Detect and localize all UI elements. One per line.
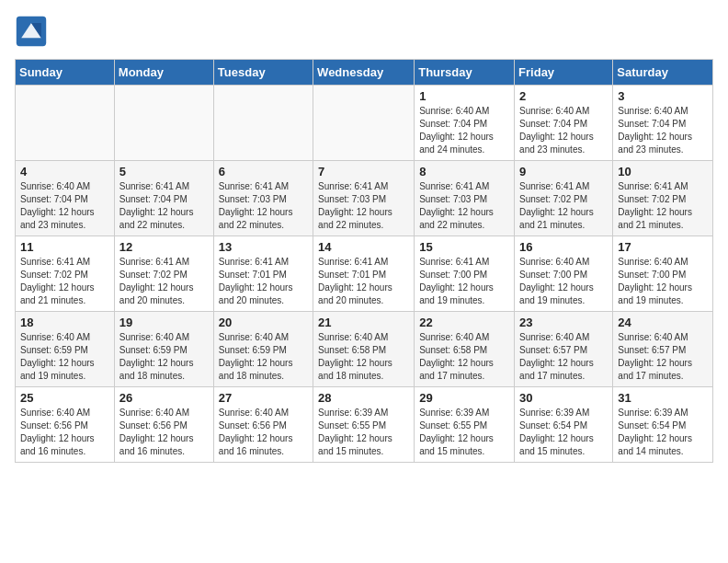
day-number: 5	[119, 165, 209, 178]
calendar-cell: 13Sunrise: 6:41 AM Sunset: 7:01 PM Dayli…	[213, 236, 313, 312]
calendar-cell: 18Sunrise: 6:40 AM Sunset: 6:59 PM Dayli…	[16, 312, 115, 387]
logo	[15, 15, 51, 48]
calendar-cell: 5Sunrise: 6:41 AM Sunset: 7:04 PM Daylig…	[114, 161, 213, 236]
day-info: Sunrise: 6:39 AM Sunset: 6:54 PM Dayligh…	[519, 407, 608, 458]
day-info: Sunrise: 6:40 AM Sunset: 6:56 PM Dayligh…	[219, 407, 308, 458]
calendar-cell: 22Sunrise: 6:40 AM Sunset: 6:58 PM Dayli…	[415, 312, 515, 387]
day-info: Sunrise: 6:41 AM Sunset: 7:04 PM Dayligh…	[119, 180, 209, 232]
calendar-cell: 29Sunrise: 6:39 AM Sunset: 6:55 PM Dayli…	[415, 387, 515, 463]
day-info: Sunrise: 6:40 AM Sunset: 7:04 PM Dayligh…	[618, 105, 708, 156]
day-info: Sunrise: 6:41 AM Sunset: 7:03 PM Dayligh…	[318, 180, 409, 232]
day-number: 22	[419, 316, 509, 329]
calendar-cell: 28Sunrise: 6:39 AM Sunset: 6:55 PM Dayli…	[313, 387, 415, 463]
calendar-cell: 4Sunrise: 6:40 AM Sunset: 7:04 PM Daylig…	[16, 161, 115, 236]
calendar-week-row: 18Sunrise: 6:40 AM Sunset: 6:59 PM Dayli…	[16, 312, 713, 387]
calendar-cell: 26Sunrise: 6:40 AM Sunset: 6:56 PM Dayli…	[114, 387, 213, 463]
day-number: 17	[618, 240, 708, 254]
day-number: 28	[318, 391, 409, 405]
calendar-cell	[114, 86, 213, 161]
calendar-cell: 16Sunrise: 6:40 AM Sunset: 7:00 PM Dayli…	[515, 236, 613, 312]
day-info: Sunrise: 6:41 AM Sunset: 7:02 PM Dayligh…	[618, 180, 708, 232]
page-header	[15, 15, 713, 48]
day-number: 21	[318, 316, 409, 329]
calendar-cell: 15Sunrise: 6:41 AM Sunset: 7:00 PM Dayli…	[415, 236, 515, 312]
day-info: Sunrise: 6:39 AM Sunset: 6:55 PM Dayligh…	[419, 407, 509, 458]
calendar-table: SundayMondayTuesdayWednesdayThursdayFrid…	[15, 59, 713, 463]
weekday-header-thursday: Thursday	[415, 60, 515, 86]
calendar-cell: 12Sunrise: 6:41 AM Sunset: 7:02 PM Dayli…	[114, 236, 213, 312]
calendar-cell: 27Sunrise: 6:40 AM Sunset: 6:56 PM Dayli…	[213, 387, 313, 463]
day-info: Sunrise: 6:40 AM Sunset: 6:57 PM Dayligh…	[618, 331, 708, 383]
calendar-cell: 11Sunrise: 6:41 AM Sunset: 7:02 PM Dayli…	[16, 236, 115, 312]
day-info: Sunrise: 6:41 AM Sunset: 7:01 PM Dayligh…	[219, 256, 308, 307]
calendar-cell: 9Sunrise: 6:41 AM Sunset: 7:02 PM Daylig…	[515, 161, 613, 236]
calendar-cell: 2Sunrise: 6:40 AM Sunset: 7:04 PM Daylig…	[515, 86, 613, 161]
day-number: 19	[119, 316, 209, 329]
day-number: 4	[20, 165, 109, 178]
calendar-cell: 23Sunrise: 6:40 AM Sunset: 6:57 PM Dayli…	[515, 312, 613, 387]
logo-icon	[15, 15, 48, 48]
day-info: Sunrise: 6:40 AM Sunset: 6:56 PM Dayligh…	[20, 407, 109, 458]
day-info: Sunrise: 6:40 AM Sunset: 6:56 PM Dayligh…	[119, 407, 209, 458]
day-info: Sunrise: 6:40 AM Sunset: 6:58 PM Dayligh…	[318, 331, 409, 383]
day-number: 9	[519, 165, 608, 178]
calendar-header-row: SundayMondayTuesdayWednesdayThursdayFrid…	[16, 60, 713, 86]
day-number: 23	[519, 316, 608, 329]
calendar-cell: 31Sunrise: 6:39 AM Sunset: 6:54 PM Dayli…	[613, 387, 713, 463]
day-info: Sunrise: 6:40 AM Sunset: 7:04 PM Dayligh…	[519, 105, 608, 156]
day-number: 24	[618, 316, 708, 329]
calendar-cell: 6Sunrise: 6:41 AM Sunset: 7:03 PM Daylig…	[213, 161, 313, 236]
day-info: Sunrise: 6:39 AM Sunset: 6:54 PM Dayligh…	[618, 407, 708, 458]
day-number: 16	[519, 240, 608, 254]
day-info: Sunrise: 6:41 AM Sunset: 7:02 PM Dayligh…	[519, 180, 608, 232]
weekday-header-friday: Friday	[515, 60, 613, 86]
day-number: 27	[219, 391, 308, 405]
calendar-cell: 25Sunrise: 6:40 AM Sunset: 6:56 PM Dayli…	[16, 387, 115, 463]
day-number: 11	[20, 240, 109, 254]
day-number: 2	[519, 89, 608, 103]
weekday-header-saturday: Saturday	[613, 60, 713, 86]
calendar-week-row: 25Sunrise: 6:40 AM Sunset: 6:56 PM Dayli…	[16, 387, 713, 463]
calendar-cell: 8Sunrise: 6:41 AM Sunset: 7:03 PM Daylig…	[415, 161, 515, 236]
day-number: 3	[618, 89, 708, 103]
weekday-header-sunday: Sunday	[16, 60, 115, 86]
day-number: 6	[219, 165, 308, 178]
calendar-cell: 30Sunrise: 6:39 AM Sunset: 6:54 PM Dayli…	[515, 387, 613, 463]
day-number: 15	[419, 240, 509, 254]
day-number: 14	[318, 240, 409, 254]
weekday-header-wednesday: Wednesday	[313, 60, 415, 86]
day-info: Sunrise: 6:41 AM Sunset: 7:03 PM Dayligh…	[219, 180, 308, 232]
calendar-week-row: 1Sunrise: 6:40 AM Sunset: 7:04 PM Daylig…	[16, 86, 713, 161]
calendar-week-row: 11Sunrise: 6:41 AM Sunset: 7:02 PM Dayli…	[16, 236, 713, 312]
calendar-cell: 19Sunrise: 6:40 AM Sunset: 6:59 PM Dayli…	[114, 312, 213, 387]
calendar-cell: 24Sunrise: 6:40 AM Sunset: 6:57 PM Dayli…	[613, 312, 713, 387]
day-info: Sunrise: 6:40 AM Sunset: 6:59 PM Dayligh…	[219, 331, 308, 383]
day-number: 10	[618, 165, 708, 178]
calendar-week-row: 4Sunrise: 6:40 AM Sunset: 7:04 PM Daylig…	[16, 161, 713, 236]
calendar-cell: 1Sunrise: 6:40 AM Sunset: 7:04 PM Daylig…	[415, 86, 515, 161]
day-info: Sunrise: 6:40 AM Sunset: 6:59 PM Dayligh…	[119, 331, 209, 383]
day-info: Sunrise: 6:39 AM Sunset: 6:55 PM Dayligh…	[318, 407, 409, 458]
day-info: Sunrise: 6:40 AM Sunset: 6:59 PM Dayligh…	[20, 331, 109, 383]
calendar-cell: 7Sunrise: 6:41 AM Sunset: 7:03 PM Daylig…	[313, 161, 415, 236]
weekday-header-monday: Monday	[114, 60, 213, 86]
day-info: Sunrise: 6:41 AM Sunset: 7:03 PM Dayligh…	[419, 180, 509, 232]
day-info: Sunrise: 6:41 AM Sunset: 7:02 PM Dayligh…	[20, 256, 109, 307]
calendar-cell: 17Sunrise: 6:40 AM Sunset: 7:00 PM Dayli…	[613, 236, 713, 312]
day-info: Sunrise: 6:40 AM Sunset: 7:00 PM Dayligh…	[519, 256, 608, 307]
calendar-cell: 20Sunrise: 6:40 AM Sunset: 6:59 PM Dayli…	[213, 312, 313, 387]
calendar-cell: 3Sunrise: 6:40 AM Sunset: 7:04 PM Daylig…	[613, 86, 713, 161]
day-number: 12	[119, 240, 209, 254]
day-number: 1	[419, 89, 509, 103]
day-number: 20	[219, 316, 308, 329]
day-number: 25	[20, 391, 109, 405]
calendar-cell: 14Sunrise: 6:41 AM Sunset: 7:01 PM Dayli…	[313, 236, 415, 312]
day-number: 8	[419, 165, 509, 178]
day-number: 29	[419, 391, 509, 405]
day-info: Sunrise: 6:40 AM Sunset: 7:00 PM Dayligh…	[618, 256, 708, 307]
calendar-cell	[16, 86, 115, 161]
calendar-cell: 21Sunrise: 6:40 AM Sunset: 6:58 PM Dayli…	[313, 312, 415, 387]
day-number: 30	[519, 391, 608, 405]
day-info: Sunrise: 6:40 AM Sunset: 6:58 PM Dayligh…	[419, 331, 509, 383]
calendar-cell: 10Sunrise: 6:41 AM Sunset: 7:02 PM Dayli…	[613, 161, 713, 236]
